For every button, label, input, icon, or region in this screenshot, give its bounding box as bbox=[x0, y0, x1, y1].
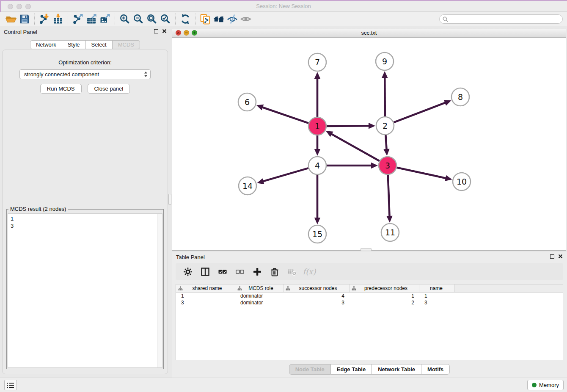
tab-select[interactable]: Select bbox=[86, 40, 113, 49]
list-icon bbox=[7, 382, 14, 389]
graph-node-7[interactable]: 7 bbox=[308, 53, 326, 71]
graph-node-11[interactable]: 11 bbox=[381, 224, 399, 241]
graph-node-6[interactable]: 6 bbox=[238, 93, 256, 111]
dropdown-stepper-icon bbox=[144, 71, 148, 77]
graph-node-4[interactable]: 4 bbox=[308, 157, 326, 174]
close-panel-icon[interactable] bbox=[162, 29, 167, 33]
graph-node-2[interactable]: 2 bbox=[376, 117, 394, 135]
columns-icon[interactable] bbox=[200, 266, 211, 277]
export-image-icon[interactable] bbox=[98, 13, 112, 25]
graph-edge-2-3[interactable] bbox=[383, 135, 389, 156]
zoom-out-icon[interactable] bbox=[132, 13, 145, 25]
graph-edge-3-1[interactable] bbox=[326, 131, 380, 161]
tab-node-table[interactable]: Node Table bbox=[289, 364, 331, 375]
graph-edge-4-3[interactable] bbox=[327, 163, 378, 168]
tab-motifs[interactable]: Motifs bbox=[421, 364, 450, 375]
graph-node-1[interactable]: 1 bbox=[308, 117, 326, 135]
cell-successor-nodes[interactable]: 4 bbox=[284, 293, 350, 299]
float-panel-icon[interactable] bbox=[154, 29, 158, 33]
settings-gear-icon[interactable] bbox=[182, 266, 193, 277]
cell-successor-nodes[interactable]: 3 bbox=[284, 299, 350, 306]
result-scrollbar[interactable] bbox=[157, 214, 162, 367]
mcds-result-area[interactable]: 1 3 bbox=[8, 213, 162, 368]
tab-mcds[interactable]: MCDS bbox=[113, 40, 140, 49]
svg-text:2: 2 bbox=[383, 121, 388, 130]
graph-node-15[interactable]: 15 bbox=[308, 225, 326, 243]
add-column-icon[interactable] bbox=[252, 266, 263, 277]
graph-edge-1-7[interactable] bbox=[314, 72, 320, 117]
deselect-all-icon[interactable] bbox=[234, 266, 245, 277]
show-all-icon[interactable] bbox=[239, 13, 253, 25]
table-row[interactable]: 3dominator323 bbox=[176, 299, 563, 306]
home-icon[interactable] bbox=[212, 13, 226, 25]
close-panel-button[interactable]: Close panel bbox=[88, 84, 130, 94]
cell-name[interactable]: 1 bbox=[419, 293, 455, 299]
open-folder-icon[interactable] bbox=[4, 13, 18, 25]
select-all-icon[interactable] bbox=[217, 266, 228, 277]
save-session-icon[interactable] bbox=[18, 13, 31, 25]
graph-node-8[interactable]: 8 bbox=[451, 88, 469, 106]
tab-network[interactable]: Network bbox=[30, 40, 62, 49]
memory-label: Memory bbox=[539, 382, 559, 388]
graph-edge-1-6[interactable] bbox=[256, 105, 308, 123]
graph-edge-1-2[interactable] bbox=[327, 123, 375, 129]
network-canvas[interactable]: 7968124314101511 bbox=[172, 38, 566, 250]
export-network-icon[interactable] bbox=[71, 13, 85, 25]
cell-name[interactable]: 3 bbox=[419, 299, 455, 306]
graph-node-9[interactable]: 9 bbox=[376, 52, 394, 70]
column-header-successor-nodes[interactable]: successor nodes bbox=[284, 284, 350, 292]
memory-button[interactable]: Memory bbox=[527, 380, 564, 390]
graph-node-3[interactable]: 3 bbox=[379, 157, 396, 174]
table-panel-title: Table Panel bbox=[176, 254, 205, 260]
status-bar: Memory bbox=[0, 378, 567, 392]
zoom-selected-icon[interactable] bbox=[159, 13, 172, 25]
column-header-name[interactable]: name bbox=[419, 284, 455, 292]
zoom-fit-icon[interactable] bbox=[145, 13, 159, 25]
graph-edge-4-14[interactable] bbox=[257, 168, 308, 184]
graph-edge-3-11[interactable] bbox=[386, 175, 392, 223]
cell-predecessor-nodes[interactable]: 2 bbox=[350, 299, 419, 306]
graph-edge-1-4[interactable] bbox=[314, 135, 320, 156]
search-input[interactable] bbox=[450, 15, 562, 23]
import-table-icon[interactable] bbox=[51, 13, 65, 25]
cell-predecessor-nodes[interactable]: 1 bbox=[350, 293, 419, 299]
cell-mcds-role[interactable]: dominator bbox=[235, 299, 284, 306]
graph-edge-2-9[interactable] bbox=[382, 71, 388, 116]
tab-network-table[interactable]: Network Table bbox=[372, 364, 421, 375]
refresh-icon[interactable] bbox=[179, 13, 192, 25]
panel-splitter-grip[interactable] bbox=[168, 194, 171, 205]
canvas-splitter-grip[interactable] bbox=[361, 248, 372, 251]
close-table-panel-icon[interactable] bbox=[558, 254, 563, 259]
hide-selected-icon[interactable] bbox=[226, 13, 239, 25]
graph-edge-2-8[interactable] bbox=[394, 100, 451, 122]
svg-text:1: 1 bbox=[315, 121, 320, 131]
graph-edge-4-15[interactable] bbox=[314, 175, 320, 224]
task-history-button[interactable] bbox=[4, 380, 17, 390]
export-table-icon[interactable] bbox=[85, 13, 98, 25]
cell-shared-name[interactable]: 1 bbox=[176, 293, 235, 299]
node-table: shared nameMCDS rolesuccessor nodesprede… bbox=[176, 284, 563, 360]
optimization-dropdown[interactable]: strongly connected component bbox=[19, 69, 151, 79]
zoom-in-icon[interactable] bbox=[118, 13, 132, 25]
column-header-predecessor-nodes[interactable]: predecessor nodes bbox=[350, 284, 419, 292]
network-window-titlebar[interactable]: scc.txt bbox=[172, 28, 566, 38]
delete-column-icon[interactable] bbox=[269, 266, 280, 277]
column-header-mcds-role[interactable]: MCDS role bbox=[235, 284, 284, 292]
svg-text:8: 8 bbox=[458, 92, 463, 102]
search-box[interactable] bbox=[439, 14, 563, 24]
tab-edge-table[interactable]: Edge Table bbox=[331, 364, 372, 375]
graph-node-10[interactable]: 10 bbox=[453, 173, 471, 190]
clone-network-icon[interactable] bbox=[198, 13, 212, 25]
cell-shared-name[interactable]: 3 bbox=[176, 299, 235, 306]
table-row[interactable]: 1dominator411 bbox=[176, 293, 563, 299]
column-header-shared-name[interactable]: shared name bbox=[176, 284, 235, 292]
run-mcds-button[interactable]: Run MCDS bbox=[40, 84, 82, 94]
table-panel: Table Panel f(x) shared nameMCDS rolesuc… bbox=[172, 252, 567, 378]
float-table-panel-icon[interactable] bbox=[550, 254, 554, 259]
graph-node-14[interactable]: 14 bbox=[239, 177, 256, 195]
import-network-icon[interactable] bbox=[38, 13, 51, 25]
header-filler bbox=[455, 284, 563, 292]
tab-style[interactable]: Style bbox=[62, 40, 86, 49]
graph-edge-3-10[interactable] bbox=[396, 168, 452, 181]
cell-mcds-role[interactable]: dominator bbox=[235, 293, 284, 299]
